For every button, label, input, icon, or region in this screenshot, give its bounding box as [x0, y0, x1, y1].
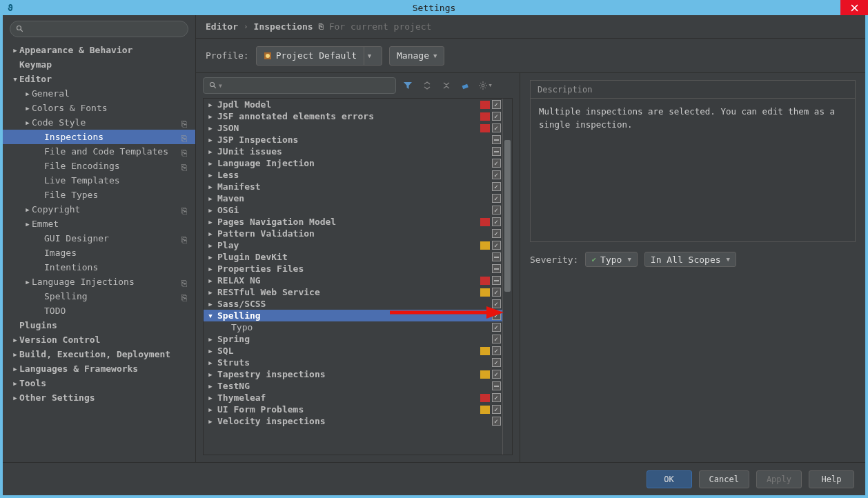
- inspection-checkbox[interactable]: [491, 159, 501, 168]
- tree-row[interactable]: ▶TestNG: [204, 380, 502, 392]
- nav-item[interactable]: Plugins: [3, 318, 195, 332]
- nav-item[interactable]: Inspections⎘: [3, 130, 195, 144]
- inspection-checkbox[interactable]: [491, 206, 501, 215]
- tree-row[interactable]: ▶Velocity inspections: [204, 415, 502, 427]
- nav-item[interactable]: File Types: [3, 188, 195, 202]
- profile-dropdown[interactable]: Project Default ▼: [256, 46, 382, 66]
- nav-item[interactable]: File and Code Templates⎘: [3, 144, 195, 159]
- manage-button[interactable]: Manage ▼: [389, 46, 444, 66]
- inspection-checkbox[interactable]: [491, 405, 501, 415]
- collapse-all-button[interactable]: [439, 78, 454, 93]
- inspection-search[interactable]: ▼: [203, 77, 396, 94]
- tree-row[interactable]: ▶Less: [204, 169, 502, 181]
- expand-all-button[interactable]: [420, 78, 435, 93]
- tree-row[interactable]: ▶Pattern Validation: [204, 228, 502, 239]
- inspection-checkbox[interactable]: [491, 370, 501, 379]
- tree-row[interactable]: ▶Plugin DevKit: [204, 251, 502, 263]
- inspection-checkbox[interactable]: [491, 323, 501, 332]
- tree-row[interactable]: ▶Struts: [204, 357, 502, 368]
- inspection-checkbox[interactable]: [491, 358, 501, 368]
- help-button[interactable]: Help: [809, 470, 854, 488]
- nav-item[interactable]: GUI Designer⎘: [3, 231, 195, 246]
- tree-row[interactable]: ▶Language Injection: [204, 157, 502, 169]
- nav-item[interactable]: ▶Emmet: [3, 217, 195, 231]
- inspection-checkbox[interactable]: [491, 241, 501, 250]
- inspection-checkbox[interactable]: [491, 135, 501, 145]
- settings-button[interactable]: ▼: [477, 78, 493, 93]
- inspection-checkbox[interactable]: [491, 100, 501, 110]
- inspection-checkbox[interactable]: [491, 276, 501, 286]
- tree-row[interactable]: ▶JSP Inspections: [204, 134, 502, 146]
- tree-row[interactable]: ▶Pages Navigation Model: [204, 216, 502, 228]
- nav-item[interactable]: ▶Copyright⎘: [3, 202, 195, 217]
- settings-nav-tree[interactable]: ▶Appearance & BehaviorKeymap▼Editor▶Gene…: [3, 43, 195, 462]
- tree-row[interactable]: ▶Tapestry inspections: [204, 368, 502, 380]
- scope-dropdown[interactable]: In All Scopes ▼: [644, 252, 736, 267]
- inspection-checkbox[interactable]: [491, 311, 501, 321]
- inspection-checkbox[interactable]: [491, 112, 501, 121]
- tree-row[interactable]: ▶SQL: [204, 345, 502, 357]
- apply-button[interactable]: Apply: [756, 470, 802, 488]
- inspection-checkbox[interactable]: [491, 123, 501, 133]
- nav-item[interactable]: ▶Other Settings: [3, 390, 195, 405]
- tree-row[interactable]: ▶Jpdl Model: [204, 99, 502, 110]
- reset-button[interactable]: [458, 78, 473, 93]
- inspection-checkbox[interactable]: [491, 194, 501, 203]
- inspection-tree[interactable]: ▶Jpdl Model▶JSF annotated elements error…: [204, 99, 502, 455]
- nav-item[interactable]: ▶Appearance & Behavior: [3, 43, 195, 57]
- tree-row[interactable]: ▶RELAX NG: [204, 275, 502, 286]
- inspection-checkbox[interactable]: [491, 335, 501, 344]
- ok-button[interactable]: OK: [647, 470, 692, 488]
- inspection-checkbox[interactable]: [491, 417, 501, 426]
- sidebar-search[interactable]: [10, 21, 188, 37]
- inspection-checkbox[interactable]: [491, 217, 501, 227]
- tree-row[interactable]: ▶Play: [204, 239, 502, 251]
- tree-row[interactable]: ▶JUnit issues: [204, 146, 502, 157]
- nav-item[interactable]: Keymap: [3, 57, 195, 72]
- inspection-checkbox[interactable]: [491, 381, 501, 391]
- tree-row[interactable]: ▶OSGi: [204, 204, 502, 216]
- close-button[interactable]: [840, 0, 868, 15]
- severity-dropdown[interactable]: ✔ Typo ▼: [585, 252, 637, 267]
- tree-row[interactable]: ▶JSON: [204, 122, 502, 134]
- nav-item[interactable]: ▶Code Style⎘: [3, 115, 195, 130]
- nav-item[interactable]: Live Templates: [3, 173, 195, 188]
- nav-item[interactable]: ▶Tools: [3, 376, 195, 390]
- nav-item[interactable]: ▶Language Injections⎘: [3, 275, 195, 289]
- nav-item[interactable]: ▶Languages & Frameworks: [3, 361, 195, 376]
- tree-row[interactable]: Typo: [204, 321, 502, 333]
- inspection-checkbox[interactable]: [491, 229, 501, 239]
- inspection-checkbox[interactable]: [491, 264, 501, 274]
- nav-item[interactable]: TODO: [3, 303, 195, 318]
- inspection-checkbox[interactable]: [491, 147, 501, 157]
- tree-row[interactable]: ▶UI Form Problems: [204, 404, 502, 415]
- inspection-checkbox[interactable]: [491, 182, 501, 192]
- nav-item[interactable]: ▶Colors & Fonts: [3, 101, 195, 115]
- nav-item[interactable]: Images: [3, 246, 195, 260]
- nav-item[interactable]: ▼Editor: [3, 72, 195, 86]
- cancel-button[interactable]: Cancel: [699, 470, 749, 488]
- scrollbar-thumb[interactable]: [504, 140, 511, 292]
- tree-row[interactable]: ▶Properties Files: [204, 263, 502, 275]
- inspection-checkbox[interactable]: [491, 288, 501, 297]
- tree-row[interactable]: ▶Thymeleaf: [204, 392, 502, 404]
- nav-item[interactable]: Intentions: [3, 260, 195, 275]
- tree-row[interactable]: ▶Manifest: [204, 181, 502, 192]
- inspection-checkbox[interactable]: [491, 252, 501, 262]
- tree-row[interactable]: ▶JSF annotated elements errors: [204, 110, 502, 122]
- sidebar-search-input[interactable]: [28, 24, 182, 34]
- inspection-checkbox[interactable]: [491, 393, 501, 403]
- tree-row[interactable]: ▼Spelling: [204, 310, 502, 321]
- nav-item[interactable]: File Encodings⎘: [3, 159, 195, 173]
- inspection-checkbox[interactable]: [491, 299, 501, 309]
- nav-item[interactable]: ▶General: [3, 86, 195, 101]
- tree-row[interactable]: ▶RESTful Web Service: [204, 286, 502, 298]
- inspection-checkbox[interactable]: [491, 346, 501, 356]
- scrollbar[interactable]: [502, 99, 512, 455]
- nav-item[interactable]: Spelling⎘: [3, 289, 195, 303]
- nav-item[interactable]: ▶Version Control: [3, 332, 195, 347]
- tree-row[interactable]: ▶Sass/SCSS: [204, 298, 502, 310]
- inspection-checkbox[interactable]: [491, 170, 501, 180]
- filter-button[interactable]: [400, 78, 415, 93]
- tree-row[interactable]: ▶Spring: [204, 333, 502, 345]
